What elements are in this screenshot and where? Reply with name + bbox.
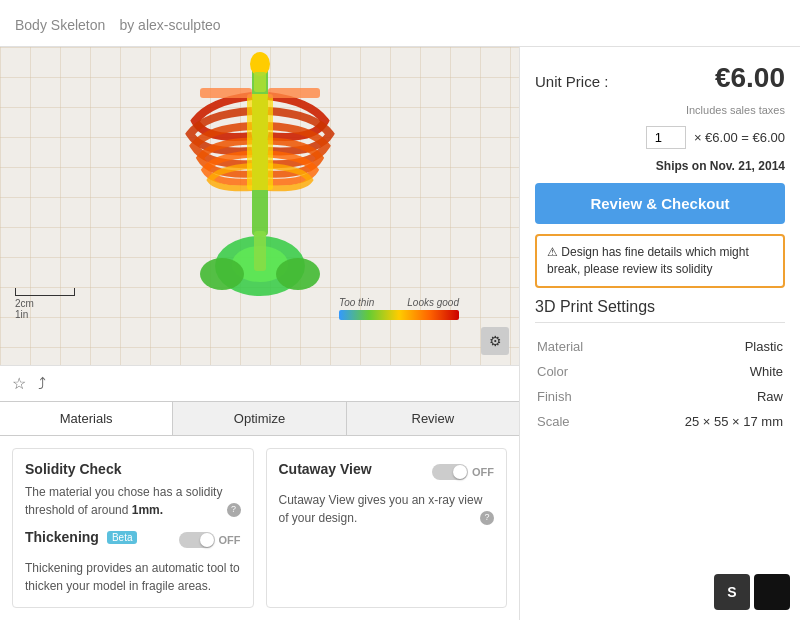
cutaway-title: Cutaway View — [279, 461, 372, 477]
finish-value: Raw — [617, 385, 783, 408]
table-row: Material Plastic — [537, 335, 783, 358]
3d-viewer[interactable]: 2cm 1in Too thin Looks good ⚙ — [0, 47, 519, 365]
price-value: €6.00 — [715, 62, 785, 94]
sculpteo-button[interactable]: S — [714, 574, 750, 610]
svg-rect-2 — [247, 94, 273, 190]
black-button[interactable] — [754, 574, 790, 610]
solidity-check-panel: Solidity Check The material you chose ha… — [12, 448, 254, 608]
quantity-input[interactable] — [646, 126, 686, 149]
cutaway-view-panel: Cutaway View OFF Cutaway View gives you … — [266, 448, 508, 608]
settings-title: 3D Print Settings — [535, 298, 785, 323]
checkout-button[interactable]: Review & Checkout — [535, 183, 785, 224]
thickening-toggle-row: Thickening Beta OFF — [25, 529, 241, 551]
solidity-body: The material you chose has a solidity th… — [25, 483, 241, 519]
cutaway-toggle-label: OFF — [472, 466, 494, 478]
tab-review[interactable]: Review — [347, 402, 519, 435]
svg-rect-8 — [200, 88, 252, 98]
thickening-section: Thickening Beta OFF Thickening provides … — [25, 529, 241, 595]
thickening-title: Thickening Beta — [25, 529, 137, 545]
thickening-body: Thickening provides an automatic tool to… — [25, 559, 241, 595]
page-title: Body Skeleton by alex-sculpteo — [15, 10, 221, 35]
viewer-toolbar[interactable]: ⚙ — [481, 327, 509, 355]
material-value: Plastic — [617, 335, 783, 358]
footer-icons: S — [714, 574, 790, 610]
bottom-panels: Solidity Check The material you chose ha… — [0, 436, 519, 620]
sculpteo-icon: S — [727, 584, 736, 600]
tab-materials[interactable]: Materials — [0, 402, 173, 435]
svg-point-6 — [276, 258, 320, 290]
skeleton-model — [140, 47, 380, 365]
price-label: Unit Price : — [535, 73, 608, 90]
quantity-row: × €6.00 = €6.00 — [535, 126, 785, 149]
cutaway-toggle[interactable]: OFF — [432, 464, 494, 480]
cutaway-toggle-row: Cutaway View OFF — [279, 461, 495, 483]
cutaway-body: Cutaway View gives you an x-ray view of … — [279, 491, 495, 527]
warning-box: ⚠ Design has fine details which might br… — [535, 234, 785, 288]
share-icon[interactable]: ⤴ — [38, 375, 46, 393]
scale-label: Scale — [537, 410, 615, 433]
ship-date: Ships on Nov. 21, 2014 — [535, 159, 785, 173]
material-label: Material — [537, 335, 615, 358]
right-panel: Unit Price : €6.00 Includes sales taxes … — [520, 47, 800, 620]
solidity-help-icon[interactable]: ? — [227, 503, 241, 517]
tab-optimize[interactable]: Optimize — [173, 402, 346, 435]
color-value: White — [617, 360, 783, 383]
color-label: Color — [537, 360, 615, 383]
header: Body Skeleton by alex-sculpteo — [0, 0, 800, 47]
cutaway-help-icon[interactable]: ? — [480, 511, 494, 525]
viewer-panel: 2cm 1in Too thin Looks good ⚙ — [0, 47, 520, 620]
beta-badge: Beta — [107, 531, 138, 544]
warning-text: ⚠ Design has fine details which might br… — [547, 245, 749, 276]
svg-rect-10 — [254, 72, 266, 92]
viewer-actions: ☆ ⤴ — [0, 365, 519, 401]
table-row: Finish Raw — [537, 385, 783, 408]
star-icon[interactable]: ☆ — [12, 374, 26, 393]
scale-suffix: mm — [761, 414, 783, 429]
scale-value: 25 × 55 × 17 mm — [617, 410, 783, 433]
svg-rect-9 — [268, 88, 320, 98]
author-label: by alex-sculpteo — [119, 17, 220, 33]
settings-table: Material Plastic Color White Finish Raw … — [535, 333, 785, 435]
price-row: Unit Price : €6.00 — [535, 62, 785, 94]
thickening-toggle[interactable]: OFF — [179, 532, 241, 548]
thickening-toggle-label: OFF — [219, 534, 241, 546]
svg-rect-7 — [254, 231, 266, 271]
table-row: Color White — [537, 360, 783, 383]
filter-icon[interactable]: ⚙ — [481, 327, 509, 355]
unit-price-calc: × €6.00 = €6.00 — [694, 130, 785, 145]
tabs-bar: Materials Optimize Review — [0, 401, 519, 436]
svg-point-5 — [200, 258, 244, 290]
solidity-title: Solidity Check — [25, 461, 241, 477]
tax-note: Includes sales taxes — [535, 104, 785, 116]
finish-label: Finish — [537, 385, 615, 408]
table-row: Scale 25 × 55 × 17 mm — [537, 410, 783, 433]
scale-bar: 2cm 1in — [15, 288, 75, 320]
